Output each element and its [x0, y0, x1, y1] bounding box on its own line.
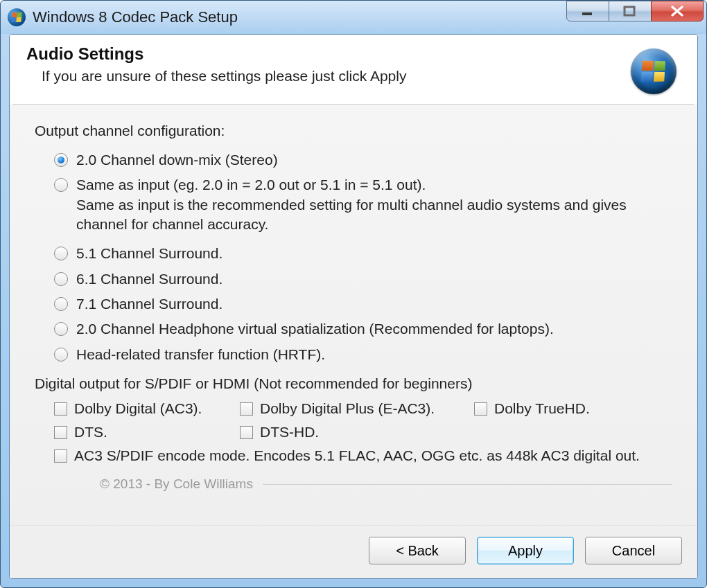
- apply-button[interactable]: Apply: [477, 537, 574, 564]
- radio-icon: [54, 153, 68, 167]
- radio-label: 2.0 Channel down-mix (Stereo): [76, 150, 278, 170]
- checkbox-icon: [474, 402, 487, 416]
- radio-option-6-1[interactable]: 6.1 Channel Surround.: [54, 269, 672, 289]
- check-label: Dolby Digital (AC3).: [74, 400, 202, 417]
- checkbox-icon: [240, 402, 253, 416]
- radio-option-hrtf[interactable]: Head-related transfer function (HRTF).: [54, 345, 672, 364]
- copyright-line: © 2013 - By Cole Williams: [100, 476, 672, 492]
- check-label: AC3 S/PDIF encode mode. Encodes 5.1 FLAC…: [74, 447, 640, 464]
- checkbox-icon: [240, 426, 253, 439]
- check-label: Dolby TrueHD.: [494, 400, 590, 417]
- radio-option-7-1[interactable]: 7.1 Channel Surround.: [54, 294, 672, 314]
- maximize-button[interactable]: [609, 1, 652, 21]
- radio-label: 5.1 Channel Surround.: [76, 244, 222, 263]
- check-dolby-digital[interactable]: Dolby Digital (AC3).: [54, 400, 234, 417]
- radio-icon: [54, 322, 68, 336]
- page-heading: Audio Settings: [26, 44, 406, 64]
- checkbox-icon: [54, 449, 67, 463]
- check-label: DTS-HD.: [260, 424, 319, 440]
- titlebar: Windows 8 Codec Pack Setup: [1, 1, 706, 34]
- svg-rect-1: [625, 7, 634, 15]
- radio-option-headphone[interactable]: 2.0 Channel Headphone virtual spatializa…: [54, 319, 672, 339]
- installer-window: Windows 8 Codec Pack Setup Audio Setting…: [0, 0, 707, 588]
- radio-option-stereo[interactable]: 2.0 Channel down-mix (Stereo): [54, 150, 672, 170]
- radio-label: 6.1 Channel Surround.: [76, 269, 222, 289]
- content-area: Output channel configuration: 2.0 Channe…: [10, 105, 697, 525]
- radio-icon: [54, 247, 68, 260]
- check-dolby-digital-plus[interactable]: Dolby Digital Plus (E-AC3).: [240, 400, 469, 417]
- checkbox-icon: [54, 402, 67, 416]
- radio-sublabel: Same as input is the recommended setting…: [76, 195, 672, 235]
- page-header: Audio Settings If you are unsure of thes…: [10, 35, 697, 104]
- checkbox-icon: [54, 426, 67, 439]
- check-dolby-truehd[interactable]: Dolby TrueHD.: [474, 400, 672, 417]
- wizard-footer: < Back Apply Cancel: [10, 525, 697, 578]
- minimize-button[interactable]: [566, 1, 609, 21]
- cancel-button[interactable]: Cancel: [585, 537, 682, 564]
- page-subtitle: If you are unsure of these settings plea…: [42, 68, 406, 84]
- digital-checks-grid: Dolby Digital (AC3). Dolby Digital Plus …: [54, 400, 672, 464]
- output-section-title: Output channel configuration:: [35, 123, 672, 139]
- copyright-text: © 2013 - By Cole Williams: [100, 476, 253, 492]
- check-label: DTS.: [74, 424, 107, 440]
- radio-label: 7.1 Channel Surround.: [76, 294, 222, 314]
- window-title: Windows 8 Codec Pack Setup: [33, 8, 238, 26]
- radio-icon: [54, 272, 68, 286]
- radio-icon: [54, 348, 68, 362]
- radio-option-5-1[interactable]: 5.1 Channel Surround.: [54, 244, 672, 263]
- check-ac3-spdif-encode[interactable]: AC3 S/PDIF encode mode. Encodes 5.1 FLAC…: [54, 447, 672, 464]
- check-dts[interactable]: DTS.: [54, 424, 234, 440]
- radio-label: Same as input (eg. 2.0 in = 2.0 out or 5…: [76, 175, 672, 195]
- svg-rect-0: [582, 12, 592, 15]
- radio-label: Head-related transfer function (HRTF).: [76, 345, 325, 364]
- radio-label: 2.0 Channel Headphone virtual spatializa…: [76, 319, 554, 339]
- window-controls: [567, 1, 704, 21]
- client-panel: Audio Settings If you are unsure of thes…: [9, 34, 698, 579]
- app-icon: [8, 8, 26, 26]
- windows-logo-icon: [631, 48, 677, 94]
- back-button[interactable]: < Back: [369, 537, 466, 564]
- digital-section-title: Digital output for S/PDIF or HDMI (Not r…: [35, 375, 672, 392]
- divider-icon: [263, 484, 672, 485]
- radio-icon: [54, 297, 68, 311]
- close-button[interactable]: [651, 1, 704, 21]
- check-dts-hd[interactable]: DTS-HD.: [240, 424, 469, 440]
- check-label: Dolby Digital Plus (E-AC3).: [260, 400, 435, 417]
- radio-option-same-as-input[interactable]: Same as input (eg. 2.0 in = 2.0 out or 5…: [54, 175, 672, 234]
- radio-icon: [54, 178, 68, 192]
